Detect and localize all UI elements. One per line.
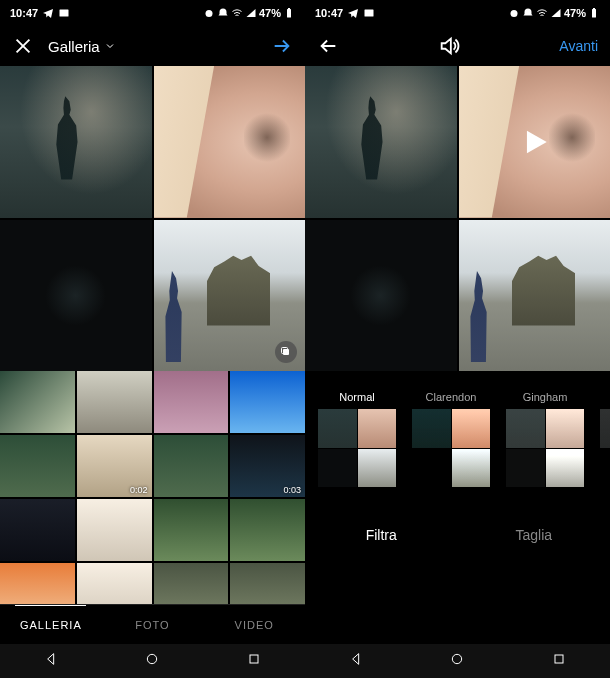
bottom-tab[interactable]: GALLERIA — [0, 605, 102, 644]
telegram-icon — [347, 7, 359, 19]
grid-cell[interactable] — [0, 66, 152, 218]
thumbnail[interactable] — [0, 435, 75, 497]
grid-cell[interactable] — [459, 66, 611, 218]
grid-cell[interactable] — [154, 220, 306, 372]
status-bar: 10:47 47% — [305, 0, 610, 26]
svg-rect-0 — [60, 10, 69, 17]
edit-tabs: FiltraTaglia — [305, 495, 610, 575]
status-time: 10:47 — [315, 7, 343, 19]
edit-tab[interactable]: Taglia — [458, 527, 611, 543]
filter-strip[interactable]: NormalClarendonGinghamM — [305, 371, 610, 495]
grid-cell[interactable] — [305, 66, 457, 218]
svg-rect-7 — [250, 655, 258, 663]
thumbnail[interactable] — [0, 499, 75, 561]
grid-cell[interactable] — [459, 220, 611, 372]
nav-home-icon[interactable] — [144, 651, 160, 671]
gallery-label: Galleria — [48, 38, 100, 55]
nav-recent-icon[interactable] — [551, 651, 567, 671]
telegram-icon — [42, 7, 54, 19]
nav-back-icon[interactable] — [348, 651, 364, 671]
grid-cell[interactable] — [154, 66, 306, 218]
gallery-dropdown[interactable]: Galleria — [48, 38, 116, 55]
thumbnail[interactable] — [77, 499, 152, 561]
wifi-icon — [231, 7, 243, 19]
grid-cell[interactable] — [305, 220, 457, 372]
video-duration: 0:02 — [130, 485, 148, 495]
nav-home-icon[interactable] — [449, 651, 465, 671]
thumbnail[interactable] — [154, 371, 229, 433]
header-right: Avanti — [305, 26, 610, 66]
image-icon — [363, 7, 375, 19]
android-navbar — [0, 644, 305, 678]
dnd-icon — [522, 7, 534, 19]
svg-point-9 — [510, 10, 517, 17]
filter-label: Clarendon — [426, 391, 477, 403]
play-icon[interactable] — [515, 123, 553, 161]
filter-item[interactable]: Normal — [317, 391, 397, 487]
battery-icon — [283, 7, 295, 19]
thumbnail[interactable] — [0, 371, 75, 433]
nav-recent-icon[interactable] — [246, 651, 262, 671]
alarm-icon — [203, 7, 215, 19]
status-bar: 10:47 47% — [0, 0, 305, 26]
bottom-tab[interactable]: FOTO — [102, 605, 204, 644]
alarm-icon — [508, 7, 520, 19]
close-icon[interactable] — [12, 35, 34, 57]
next-arrow-icon[interactable] — [271, 35, 293, 57]
thumbnail[interactable] — [154, 435, 229, 497]
signal-icon — [550, 7, 562, 19]
filter-preview — [506, 409, 584, 487]
thumbnail[interactable] — [230, 371, 305, 433]
filter-item[interactable]: M — [599, 391, 610, 487]
header-left: Galleria — [0, 26, 305, 66]
signal-icon — [245, 7, 257, 19]
filter-item[interactable]: Clarendon — [411, 391, 491, 487]
bottom-tabs: GALLERIAFOTOVIDEO — [0, 604, 305, 644]
back-icon[interactable] — [317, 35, 339, 57]
selected-grid — [0, 66, 305, 371]
gallery-thumbnails[interactable]: 0:02 0:03 — [0, 371, 305, 604]
thumbnail[interactable] — [230, 563, 305, 604]
android-navbar — [305, 644, 610, 678]
svg-point-12 — [453, 654, 462, 663]
thumbnail[interactable]: 0:02 — [77, 435, 152, 497]
filter-item[interactable]: Gingham — [505, 391, 585, 487]
thumbnail[interactable]: 0:03 — [230, 435, 305, 497]
preview-grid — [305, 66, 610, 371]
filter-area: NormalClarendonGinghamM FiltraTaglia — [305, 371, 610, 644]
svg-rect-2 — [287, 9, 291, 18]
bottom-tab[interactable]: VIDEO — [203, 605, 305, 644]
grid-cell[interactable] — [0, 220, 152, 372]
filter-preview — [600, 409, 610, 487]
svg-rect-4 — [283, 349, 289, 355]
screen-right: 10:47 47% Avanti — [305, 0, 610, 678]
video-duration: 0:03 — [283, 485, 301, 495]
thumbnail[interactable] — [154, 563, 229, 604]
thumbnail[interactable] — [154, 499, 229, 561]
wifi-icon — [536, 7, 548, 19]
filter-label: Gingham — [523, 391, 568, 403]
thumbnail[interactable] — [77, 371, 152, 433]
svg-rect-8 — [365, 10, 374, 17]
filter-preview — [318, 409, 396, 487]
battery-icon — [588, 7, 600, 19]
edit-tab[interactable]: Filtra — [305, 527, 458, 543]
status-time: 10:47 — [10, 7, 38, 19]
multi-select-icon[interactable] — [275, 341, 297, 363]
thumbnail[interactable] — [0, 563, 75, 604]
sound-icon[interactable] — [438, 35, 460, 57]
thumbnail[interactable] — [230, 499, 305, 561]
svg-rect-3 — [288, 8, 290, 9]
battery-pct: 47% — [259, 7, 281, 19]
svg-point-6 — [148, 654, 157, 663]
chevron-down-icon — [104, 40, 116, 52]
svg-rect-11 — [593, 8, 595, 9]
battery-pct: 47% — [564, 7, 586, 19]
filter-label: Normal — [339, 391, 374, 403]
next-button[interactable]: Avanti — [559, 38, 598, 54]
dnd-icon — [217, 7, 229, 19]
svg-rect-13 — [555, 655, 563, 663]
thumbnail[interactable] — [77, 563, 152, 604]
nav-back-icon[interactable] — [43, 651, 59, 671]
filter-preview — [412, 409, 490, 487]
